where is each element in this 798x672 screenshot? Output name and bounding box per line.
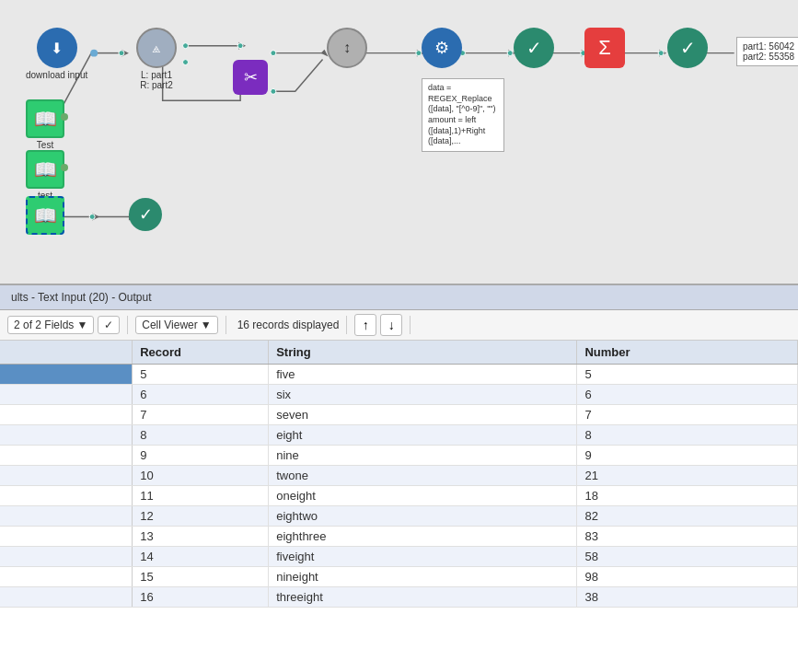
svg-point-28 xyxy=(271,51,276,56)
book2-icon: 📖 xyxy=(26,150,64,189)
cell-number: 98 xyxy=(577,567,798,587)
cell-number: 83 xyxy=(577,527,798,547)
row-indicator xyxy=(0,486,133,506)
join-node[interactable]: ↕ xyxy=(327,28,367,68)
results-toolbar: 2 of 2 Fields ▼ ✓ Cell Viewer ▼ 16 recor… xyxy=(0,310,798,341)
col-header-number: Number xyxy=(577,341,798,365)
row-indicator xyxy=(0,446,133,466)
cell-record: 7 xyxy=(133,405,269,425)
cell-string: eighthree xyxy=(269,527,577,547)
table-row: 8eight8 xyxy=(0,425,798,446)
split-label: L: part1 R: part2 xyxy=(140,70,173,90)
checkmark-node-2[interactable]: ✓ xyxy=(667,28,708,68)
table-row: 16threeight38 xyxy=(0,587,798,608)
row-indicator xyxy=(0,527,133,547)
col-header-record-label: Record xyxy=(133,341,269,365)
sigma-node[interactable]: Σ xyxy=(584,28,625,68)
cell-string: threeight xyxy=(269,587,577,608)
scroll-down-button[interactable]: ↓ xyxy=(380,314,402,336)
row-indicator xyxy=(0,567,133,587)
checkmark2-icon: ✓ xyxy=(667,28,708,68)
data-table: Record String Number 5five56six67seven78… xyxy=(0,341,798,608)
workflow-canvas: ⬇ download input ⟁ L: part1 R: part2 ✂ ↕… xyxy=(0,0,798,285)
toolbar-divider-4 xyxy=(410,316,411,334)
book-node-2[interactable]: 📖 test xyxy=(26,150,64,201)
download-icon: ⬇ xyxy=(37,28,77,68)
svg-point-38 xyxy=(89,214,95,219)
output-box: part1: 56042 part2: 55358 xyxy=(736,37,798,66)
table-row: 9nine9 xyxy=(0,446,798,466)
scissors-node[interactable]: ✂ xyxy=(233,60,268,95)
row-indicator xyxy=(0,506,133,527)
cell-record: 12 xyxy=(133,506,269,527)
fields-button[interactable]: 2 of 2 Fields ▼ xyxy=(7,316,94,334)
formula-box: data = REGEX_Replace ([data], "[^0-9]", … xyxy=(422,78,504,152)
cell-viewer-arrow-icon: ▼ xyxy=(201,319,212,331)
split-node[interactable]: ⟁ L: part1 R: part2 xyxy=(136,28,177,90)
split-icon: ⟁ xyxy=(136,28,177,68)
cell-record: 11 xyxy=(133,486,269,506)
results-header: ults - Text Input (20) - Output xyxy=(0,285,798,310)
output-part2: part2: 55358 xyxy=(743,52,794,62)
verify-node[interactable]: ✓ xyxy=(129,198,162,231)
cell-record: 10 xyxy=(133,466,269,486)
book1-label: Test xyxy=(37,140,53,150)
cell-number: 58 xyxy=(577,547,798,567)
output-part1: part1: 56042 xyxy=(743,41,794,52)
cell-string: oneight xyxy=(269,486,577,506)
svg-point-25 xyxy=(183,60,189,65)
tool-node[interactable]: ⚙ xyxy=(422,28,462,68)
scroll-up-button[interactable]: ↑ xyxy=(354,314,376,336)
checkmark-btn[interactable]: ✓ xyxy=(98,316,120,334)
row-indicator xyxy=(0,385,133,405)
svg-marker-1 xyxy=(121,50,129,57)
cell-number: 5 xyxy=(577,365,798,385)
cell-string: five xyxy=(269,365,577,385)
sigma-icon: Σ xyxy=(584,28,625,68)
table-row: 15nineight98 xyxy=(0,567,798,587)
row-indicator xyxy=(0,466,133,486)
cell-string: fiveight xyxy=(269,547,577,567)
dropdown-arrow-icon: ▼ xyxy=(76,319,87,331)
cell-record: 16 xyxy=(133,587,269,608)
cell-number: 7 xyxy=(577,405,798,425)
cell-record: 5 xyxy=(133,365,269,385)
cell-string: nine xyxy=(269,446,577,466)
results-panel: ults - Text Input (20) - Output 2 of 2 F… xyxy=(0,285,798,672)
cell-record: 14 xyxy=(133,547,269,567)
table-row: 12eightwo82 xyxy=(0,506,798,527)
scissors-icon: ✂ xyxy=(233,60,268,95)
book-node-1[interactable]: 📖 Test xyxy=(26,99,64,150)
svg-marker-14 xyxy=(659,50,666,57)
cell-number: 18 xyxy=(577,486,798,506)
results-header-text: ults - Text Input (20) - Output xyxy=(11,291,152,304)
cell-viewer-button[interactable]: Cell Viewer ▼ xyxy=(135,316,217,334)
cell-number: 8 xyxy=(577,425,798,446)
connector-dot-2 xyxy=(61,164,68,171)
cell-string: nineight xyxy=(269,567,577,587)
download-input-node[interactable]: ⬇ download input xyxy=(26,28,87,80)
cell-number: 9 xyxy=(577,446,798,466)
svg-point-23 xyxy=(119,51,124,56)
row-indicator xyxy=(0,365,133,385)
toolbar-divider-2 xyxy=(226,316,226,334)
col-header-string: String xyxy=(269,341,577,365)
svg-point-22 xyxy=(90,50,98,57)
book-node-selected[interactable]: 📖 xyxy=(26,196,64,235)
book1-icon: 📖 xyxy=(26,99,64,138)
cell-string: six xyxy=(269,385,577,405)
svg-point-37 xyxy=(658,51,664,56)
join-icon: ↕ xyxy=(327,28,367,68)
table-row: 7seven7 xyxy=(0,405,798,425)
toolbar-divider-1 xyxy=(127,316,128,334)
cell-number: 21 xyxy=(577,466,798,486)
svg-point-33 xyxy=(507,51,513,56)
checkmark1-icon: ✓ xyxy=(514,28,554,68)
connector-dot xyxy=(61,113,68,121)
col-header-record xyxy=(0,341,133,365)
cell-record: 9 xyxy=(133,446,269,466)
records-count-label: 16 records displayed xyxy=(237,319,340,331)
checkmark-node-1[interactable]: ✓ xyxy=(514,28,554,68)
cell-record: 13 xyxy=(133,527,269,547)
checkmark-icon: ✓ xyxy=(104,319,113,331)
